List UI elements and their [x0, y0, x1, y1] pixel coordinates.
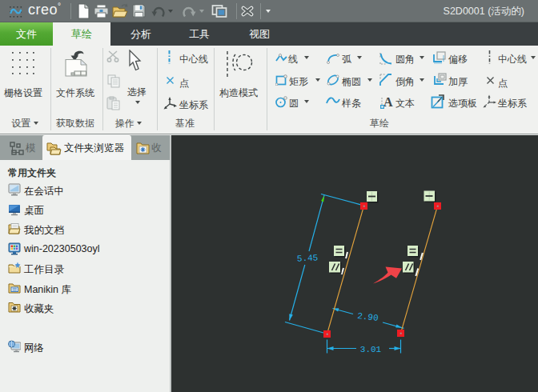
- svg-text:A: A: [383, 95, 393, 109]
- svg-text:2.90: 2.90: [357, 311, 379, 323]
- svg-text:3.01: 3.01: [360, 345, 382, 354]
- svg-text:5.45: 5.45: [297, 253, 319, 263]
